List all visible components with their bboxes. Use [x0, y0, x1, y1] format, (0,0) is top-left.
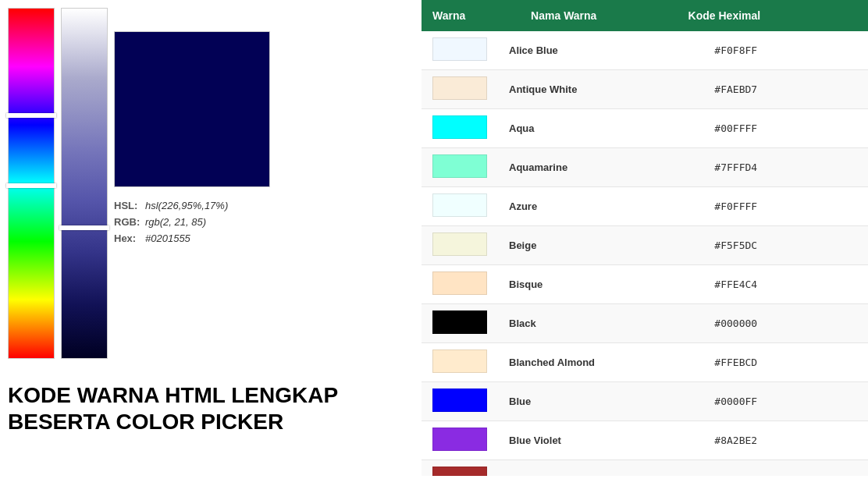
color-name: Blue [498, 382, 703, 421]
title-line1: KODE WARNA HTML LENGKAP [8, 382, 414, 409]
table-scroll-area[interactable]: Alice Blue#F0F8FFAntique White#FAEBD7Aqu… [422, 31, 868, 476]
table-row[interactable]: Bisque#FFE4C4 [422, 265, 868, 304]
saturation-thumb [59, 225, 109, 230]
title-line2: BESERTA COLOR PICKER [8, 409, 414, 435]
color-info: HSL: hsl(226,95%,17%) RGB: rgb(2, 21, 85… [114, 193, 414, 250]
color-hex: #000000 [703, 304, 832, 343]
col-warna: Warna [422, 0, 520, 31]
hsl-label: HSL: [114, 197, 145, 214]
color-name: Bisque [498, 265, 703, 304]
table-body: Alice Blue#F0F8FFAntique White#FAEBD7Aqu… [422, 31, 868, 476]
swatch-cell [422, 460, 498, 477]
table-row[interactable]: Blanched Almond#FFEBCD [422, 343, 868, 382]
swatch-cell [422, 148, 498, 187]
swatch-cell [422, 226, 498, 265]
color-name: Blue Violet [498, 421, 703, 460]
hex-label: Hex: [114, 230, 145, 247]
table-row[interactable]: Black#000000 [422, 304, 868, 343]
hue-thumb-1 [6, 113, 56, 118]
color-name: Alice Blue [498, 31, 703, 70]
color-hex: #00FFFF [703, 109, 832, 148]
hue-thumb-2 [6, 183, 56, 188]
swatch-cell [422, 304, 498, 343]
extra-cell [832, 304, 868, 343]
color-hex: #A52A2A [703, 460, 832, 477]
extra-cell [832, 70, 868, 109]
extra-cell [832, 382, 868, 421]
extra-cell [832, 343, 868, 382]
left-panel: HSL: hsl(226,95%,17%) RGB: rgb(2, 21, 85… [0, 0, 422, 479]
color-swatch [432, 232, 487, 256]
swatch-cell [422, 70, 498, 109]
color-hex: #FFE4C4 [703, 265, 832, 304]
color-name: Beige [498, 226, 703, 265]
right-panel: Warna Nama Warna Kode Heximal Alice Blue… [422, 0, 868, 479]
color-name: Aquamarine [498, 148, 703, 187]
color-swatch [432, 389, 487, 412]
table-header: Warna Nama Warna Kode Heximal [422, 0, 868, 31]
table-row[interactable]: Beige#F5F5DC [422, 226, 868, 265]
color-swatch [432, 271, 487, 295]
swatch-cell [422, 109, 498, 148]
table-row[interactable]: Blue Violet#8A2BE2 [422, 421, 868, 460]
extra-cell [832, 31, 868, 70]
table-row[interactable]: Alice Blue#F0F8FF [422, 31, 868, 70]
color-name: Brown [498, 460, 703, 477]
extra-cell [832, 421, 868, 460]
col-hex: Kode Heximal [678, 0, 846, 31]
color-swatch [432, 467, 487, 476]
color-name: Azure [498, 187, 703, 226]
color-swatch [432, 428, 487, 451]
color-name: Black [498, 304, 703, 343]
color-hex: #0000FF [703, 382, 832, 421]
page-title: KODE WARNA HTML LENGKAP BESERTA COLOR PI… [8, 382, 414, 435]
swatch-cell [422, 421, 498, 460]
color-swatch [432, 154, 487, 178]
color-swatch [432, 193, 487, 217]
col-extra [846, 0, 868, 31]
hsl-value: hsl(226,95%,17%) [145, 197, 233, 214]
swatch-cell [422, 343, 498, 382]
table-row[interactable]: Brown#A52A2A [422, 460, 868, 477]
color-swatch [432, 115, 487, 139]
swatch-cell [422, 382, 498, 421]
color-swatch [432, 76, 487, 100]
color-hex: #FAEBD7 [703, 70, 832, 109]
table-row[interactable]: Azure#F0FFFF [422, 187, 868, 226]
color-preview-area: HSL: hsl(226,95%,17%) RGB: rgb(2, 21, 85… [114, 8, 414, 367]
table-row[interactable]: Aqua#00FFFF [422, 109, 868, 148]
swatch-cell [422, 265, 498, 304]
color-preview-box [114, 31, 270, 187]
color-swatch [432, 349, 487, 373]
extra-cell [832, 148, 868, 187]
color-table: Warna Nama Warna Kode Heximal [422, 0, 868, 31]
color-hex: #F5F5DC [703, 226, 832, 265]
color-swatch [432, 310, 487, 334]
rgb-value: rgb(2, 21, 85) [145, 214, 233, 230]
color-name: Antique White [498, 70, 703, 109]
extra-cell [832, 226, 868, 265]
color-hex: #7FFFD4 [703, 148, 832, 187]
saturation-slider[interactable] [61, 8, 108, 359]
table-row[interactable]: Antique White#FAEBD7 [422, 70, 868, 109]
hue-slider[interactable] [8, 8, 55, 359]
swatch-cell [422, 31, 498, 70]
hex-value: #0201555 [145, 230, 233, 247]
extra-cell [832, 265, 868, 304]
extra-cell [832, 109, 868, 148]
color-name: Aqua [498, 109, 703, 148]
rgb-label: RGB: [114, 214, 145, 230]
extra-cell [832, 460, 868, 477]
extra-cell [832, 187, 868, 226]
color-swatch [432, 37, 487, 61]
table-row[interactable]: Aquamarine#7FFFD4 [422, 148, 868, 187]
color-hex: #F0FFFF [703, 187, 832, 226]
color-hex: #F0F8FF [703, 31, 832, 70]
swatch-cell [422, 187, 498, 226]
color-name: Blanched Almond [498, 343, 703, 382]
color-picker-area: HSL: hsl(226,95%,17%) RGB: rgb(2, 21, 85… [8, 8, 414, 367]
color-table-body: Alice Blue#F0F8FFAntique White#FAEBD7Aqu… [422, 31, 868, 476]
table-row[interactable]: Blue#0000FF [422, 382, 868, 421]
color-hex: #8A2BE2 [703, 421, 832, 460]
col-nama: Nama Warna [520, 0, 678, 31]
